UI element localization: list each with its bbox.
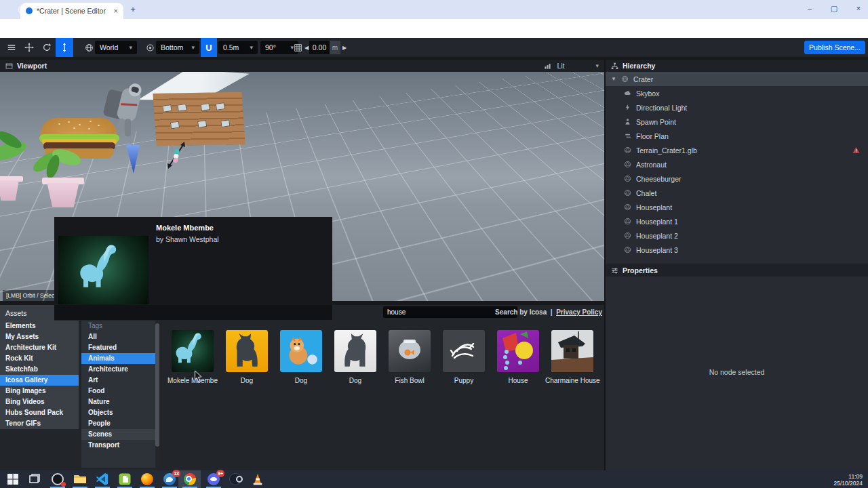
- thunderbird-icon[interactable]: 13: [162, 472, 177, 486]
- tag-nature[interactable]: Nature: [81, 396, 155, 407]
- properties-header: Properties: [606, 264, 868, 277]
- notepadpp-icon[interactable]: [117, 472, 132, 486]
- spawn-point-gizmo[interactable]: [165, 140, 187, 169]
- source-my-assets[interactable]: My Assets: [0, 331, 79, 342]
- stats-chart-icon[interactable]: [544, 62, 551, 70]
- source-icosa-gallery[interactable]: Icosa Gallery: [0, 375, 79, 386]
- window-icon: [5, 62, 13, 70]
- source-hubs-sound-pack[interactable]: Hubs Sound Pack: [0, 407, 79, 418]
- source-tenor-gifs[interactable]: Tenor GIFs: [0, 418, 79, 429]
- tag-people[interactable]: People: [81, 418, 155, 429]
- asset-item[interactable]: Dog: [274, 330, 328, 418]
- source-sketchfab[interactable]: Sketchfab: [0, 364, 79, 375]
- scale-tool-icon[interactable]: [56, 38, 73, 57]
- rotate-tool-icon[interactable]: [38, 38, 56, 57]
- source-bing-images[interactable]: Bing Images: [0, 386, 79, 396]
- asset-item[interactable]: Mokele Mbembe: [165, 330, 220, 418]
- firefox-icon[interactable]: [140, 472, 155, 486]
- tags-scrollbar[interactable]: [155, 321, 159, 468]
- tag-art[interactable]: Art: [81, 375, 155, 386]
- asset-tags-list: Tags All Featured Animals Architecture A…: [81, 321, 155, 468]
- translate-tool-icon[interactable]: [20, 38, 38, 57]
- grid-height-value[interactable]: 0.00: [309, 41, 330, 54]
- browser-tab[interactable]: *Crater | Scene Editor ×: [20, 3, 123, 19]
- obs-icon[interactable]: [50, 472, 65, 486]
- hierarchy-node-cheeseburger[interactable]: Cheeseburger: [606, 171, 868, 186]
- sliders-icon: [611, 267, 618, 274]
- collapse-arrow-icon[interactable]: ▼: [611, 76, 616, 82]
- chrome-icon[interactable]: [182, 472, 197, 486]
- tag-scenes[interactable]: Scenes: [81, 429, 155, 440]
- hierarchy-node-crater[interactable]: ▼Crater: [606, 72, 868, 86]
- viewport-hint: [LMB] Orbit / Select: [3, 290, 60, 301]
- start-menu-icon[interactable]: [5, 472, 20, 486]
- hierarchy-node-floor-plan[interactable]: Floor Plan: [606, 129, 868, 143]
- close-button[interactable]: ×: [853, 1, 864, 15]
- restore-button[interactable]: ▢: [829, 1, 840, 15]
- source-bing-videos[interactable]: Bing Videos: [0, 396, 79, 407]
- tag-featured[interactable]: Featured: [81, 342, 155, 353]
- houseplant-model-2[interactable]: [0, 134, 43, 216]
- asset-item[interactable]: Fish Bowl: [382, 330, 437, 418]
- asset-item[interactable]: Dog: [220, 330, 274, 418]
- hierarchy-tree-icon: [611, 62, 618, 70]
- clock-date: 25/10/2024: [833, 480, 863, 487]
- snap-magnet-icon[interactable]: U: [201, 38, 217, 57]
- vlc-icon[interactable]: [250, 472, 265, 486]
- hierarchy-list: ▼Crater Skybox Directional Light Spawn P…: [606, 72, 868, 263]
- publish-scene-button[interactable]: Publish Scene...: [804, 41, 865, 54]
- screen: ▾ *Crater | Scene Editor × + – ▢ × ← → N…: [0, 0, 868, 488]
- snap-translate-select[interactable]: 0.5m▾: [218, 41, 258, 54]
- hierarchy-node-skybox[interactable]: Skybox: [606, 86, 868, 100]
- steam-icon[interactable]: [228, 472, 243, 486]
- hierarchy-node-chalet[interactable]: Chalet: [606, 186, 868, 200]
- hierarchy-node-houseplant-3[interactable]: Houseplant 3: [606, 243, 868, 257]
- source-rock-kit[interactable]: Rock Kit: [0, 353, 79, 364]
- transform-space-select[interactable]: World▾: [95, 41, 137, 54]
- file-explorer-icon[interactable]: [73, 472, 87, 486]
- warning-icon: [852, 146, 860, 154]
- vscode-icon[interactable]: [95, 472, 110, 486]
- tab-close-icon[interactable]: ×: [114, 7, 118, 15]
- hierarchy-node-houseplant-1[interactable]: Houseplant 1: [606, 214, 868, 228]
- tag-objects[interactable]: Objects: [81, 407, 155, 418]
- tab-favicon: [26, 7, 33, 14]
- tags-header: Tags: [81, 321, 155, 331]
- asset-tooltip-author: by Shawn Westphal: [156, 235, 219, 243]
- clock-time: 11:09: [833, 473, 863, 480]
- discord-icon[interactable]: 9+: [206, 472, 221, 486]
- hierarchy-node-houseplant-2[interactable]: Houseplant 2: [606, 228, 868, 243]
- new-tab-button[interactable]: +: [127, 4, 138, 15]
- transform-pivot-select[interactable]: Bottom▾: [156, 41, 199, 54]
- tag-all[interactable]: All: [81, 331, 155, 342]
- asset-item[interactable]: Charmaine House: [545, 330, 599, 418]
- menu-icon[interactable]: [3, 38, 20, 57]
- hierarchy-node-terrain[interactable]: Terrain_Crater1.glb: [606, 143, 868, 157]
- hierarchy-node-astronaut[interactable]: Astronaut: [606, 157, 868, 171]
- task-view-icon[interactable]: [27, 472, 42, 486]
- source-architecture-kit[interactable]: Architecture Kit: [0, 342, 79, 353]
- taskbar-clock[interactable]: 11:09 25/10/2024: [833, 473, 863, 487]
- hierarchy-header: Hierarchy: [606, 60, 868, 72]
- render-mode-select[interactable]: Lit ▾: [557, 62, 599, 70]
- asset-tooltip-footer: [54, 305, 332, 320]
- assets-tab[interactable]: Assets: [0, 305, 54, 321]
- asset-tooltip-title: Mokele Mbembe: [156, 224, 214, 232]
- asset-item[interactable]: Dog: [328, 330, 382, 418]
- tag-architecture[interactable]: Architecture: [81, 364, 155, 375]
- window-controls: – ▢ ×: [804, 1, 864, 15]
- privacy-policy-link[interactable]: Privacy Policy: [556, 308, 602, 316]
- tag-animals[interactable]: Animals: [81, 353, 155, 364]
- tag-transport[interactable]: Transport: [81, 440, 155, 451]
- hierarchy-node-houseplant[interactable]: Houseplant: [606, 200, 868, 214]
- tag-food[interactable]: Food: [81, 386, 155, 396]
- browser-address-bar: ← → Not secure https://hubs.local:9090/s…: [0, 19, 868, 38]
- hierarchy-node-directional-light[interactable]: Directional Light: [606, 100, 868, 115]
- hierarchy-node-spawn-point[interactable]: Spawn Point: [606, 115, 868, 129]
- grid-height-increase[interactable]: ▶: [340, 41, 349, 54]
- asset-item[interactable]: House: [491, 330, 545, 418]
- asset-item[interactable]: Puppy: [437, 330, 491, 418]
- source-elements[interactable]: Elements: [0, 321, 79, 331]
- minimize-button[interactable]: –: [804, 1, 815, 15]
- search-attribution: Search by Icosa | Privacy Policy: [468, 308, 602, 316]
